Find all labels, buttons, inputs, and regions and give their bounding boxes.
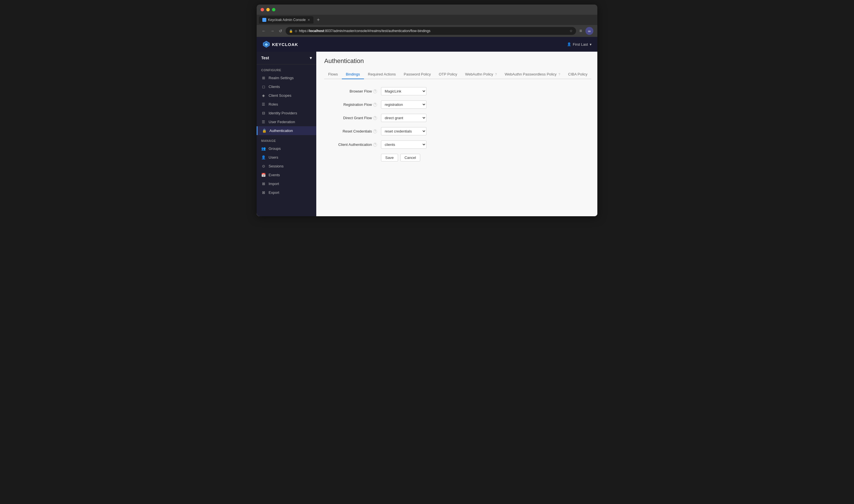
forward-button[interactable]: → [269, 28, 275, 34]
reset-credentials-label: Reset Credentials ? [324, 129, 381, 133]
tab-close-button[interactable]: ✕ [307, 18, 310, 22]
browser-chrome: Keycloak Admin Console ✕ + ← → ↺ 🔒 ⊙ htt… [257, 4, 597, 37]
browser-flow-select[interactable]: MagicLink browser direct grant registrat… [381, 87, 426, 95]
browser-tab-active[interactable]: Keycloak Admin Console ✕ [259, 16, 314, 23]
sidebar-item-import[interactable]: ⊠ Import [257, 179, 316, 188]
reset-credentials-select[interactable]: reset credentials browser direct grant r… [381, 127, 426, 136]
new-tab-button[interactable]: + [315, 17, 322, 23]
back-button[interactable]: ← [261, 28, 267, 34]
sidebar-item-authentication[interactable]: 🔒 Authentication [257, 126, 316, 135]
users-icon: 👤 [261, 155, 266, 160]
url-protocol: https:// [299, 29, 309, 33]
client-auth-help-icon[interactable]: ? [373, 143, 377, 147]
client-scopes-icon: ◈ [261, 93, 266, 97]
tab-bindings[interactable]: Bindings [342, 70, 364, 79]
browser-profile-icon[interactable]: ∞ [585, 27, 593, 35]
logo-text: KEYCLOAK [272, 42, 298, 47]
tab-password-policy[interactable]: Password Policy [400, 70, 435, 79]
sidebar-item-sessions[interactable]: ⊙ Sessions [257, 162, 316, 170]
browser-window: Keycloak Admin Console ✕ + ← → ↺ 🔒 ⊙ htt… [257, 4, 597, 216]
registration-flow-select[interactable]: registration browser direct grant reset … [381, 101, 426, 109]
sidebar-item-label: Users [269, 155, 278, 160]
sidebar-item-label: Groups [269, 146, 281, 151]
sidebar-item-label: Sessions [269, 164, 284, 168]
titlebar [257, 4, 597, 15]
sidebar-item-label: Import [269, 182, 279, 186]
app-header: KEYCLOAK 👤 First Last ▾ [257, 37, 597, 52]
url-path: /admin/master/console/#/realms/test/auth… [333, 29, 430, 33]
bindings-form: Browser Flow ? MagicLink browser direct … [324, 87, 506, 161]
tab-required-actions[interactable]: Required Actions [364, 70, 400, 79]
address-bar[interactable]: 🔒 ⊙ https://localhost:8037/admin/master/… [286, 27, 576, 35]
sidebar-item-identity-providers[interactable]: ⊟ Identity Providers [257, 109, 316, 118]
sidebar-item-realm-settings[interactable]: ⊞ Realm Settings [257, 73, 316, 82]
page-wrapper: Keycloak Admin Console ✕ + ← → ↺ 🔒 ⊙ htt… [0, 0, 854, 504]
reset-credentials-help-icon[interactable]: ? [373, 129, 377, 133]
sidebar-item-label: Authentication [269, 129, 293, 133]
url-port: :8037 [324, 29, 333, 33]
sidebar-item-user-federation[interactable]: ☰ User Federation [257, 118, 316, 126]
save-button[interactable]: Save [381, 154, 398, 161]
direct-grant-flow-select[interactable]: direct grant browser registration reset … [381, 114, 426, 122]
user-menu[interactable]: 👤 First Last ▾ [567, 42, 592, 47]
reset-credentials-row: Reset Credentials ? reset credentials br… [324, 127, 506, 136]
direct-grant-flow-label: Direct Grant Flow ? [324, 116, 381, 120]
events-icon: 📅 [261, 173, 266, 177]
realm-chevron: ▾ [310, 56, 312, 60]
browser-flow-row: Browser Flow ? MagicLink browser direct … [324, 87, 506, 95]
sidebar-item-clients[interactable]: ◻ Clients [257, 82, 316, 91]
roles-icon: ☰ [261, 102, 266, 106]
client-auth-select[interactable]: clients browser direct grant registratio… [381, 141, 426, 149]
tab-webauthn-policy[interactable]: WebAuthn Policy ? [461, 70, 501, 79]
user-federation-icon: ☰ [261, 120, 266, 124]
tab-otp-policy[interactable]: OTP Policy [435, 70, 461, 79]
tab-bar: Keycloak Admin Console ✕ + [257, 15, 597, 25]
direct-grant-flow-help-icon[interactable]: ? [373, 116, 377, 120]
security-icon: 🔒 [289, 29, 293, 33]
sidebar-item-groups[interactable]: 👥 Groups [257, 144, 316, 153]
user-icon: 👤 [567, 42, 571, 46]
tabs-bar: Flows Bindings Required Actions Password… [324, 70, 591, 79]
close-button[interactable] [261, 8, 264, 11]
user-label: First Last [573, 42, 588, 47]
sidebar-item-label: Export [269, 191, 279, 195]
url-host: localhost [309, 29, 324, 33]
app-container: Test ▾ Configure ⊞ Realm Settings ◻ Clie… [257, 52, 597, 216]
browser-menu-button[interactable]: ≡ [578, 27, 583, 35]
sidebar-item-events[interactable]: 📅 Events [257, 170, 316, 179]
export-icon: ⊠ [261, 191, 266, 195]
configure-section-label: Configure [257, 65, 316, 73]
sidebar-item-export[interactable]: ⊠ Export [257, 188, 316, 197]
lock-icon: ⊙ [295, 29, 297, 33]
sidebar-item-users[interactable]: 👤 Users [257, 153, 316, 162]
sidebar-item-roles[interactable]: ☰ Roles [257, 100, 316, 109]
browser-flow-label: Browser Flow ? [324, 89, 381, 93]
browser-flow-help-icon[interactable]: ? [373, 89, 377, 93]
import-icon: ⊠ [261, 182, 266, 186]
sidebar: Test ▾ Configure ⊞ Realm Settings ◻ Clie… [257, 52, 316, 216]
form-actions: Save Cancel [381, 154, 506, 161]
bookmark-icon[interactable]: ☆ [570, 29, 573, 33]
sidebar-item-label: Roles [269, 102, 278, 106]
identity-providers-icon: ⊟ [261, 111, 266, 115]
sidebar-item-label: Client Scopes [269, 93, 291, 97]
groups-icon: 👥 [261, 146, 266, 151]
manage-section-label: Manage [257, 135, 316, 144]
page-title: Authentication [324, 57, 591, 65]
sidebar-item-client-scopes[interactable]: ◈ Client Scopes [257, 91, 316, 100]
sidebar-item-label: Clients [269, 85, 280, 89]
reload-button[interactable]: ↺ [278, 28, 283, 34]
sidebar-item-label: Identity Providers [269, 111, 297, 115]
user-chevron: ▾ [590, 42, 592, 47]
realm-name: Test [261, 56, 269, 60]
cancel-button[interactable]: Cancel [400, 154, 420, 161]
realm-selector[interactable]: Test ▾ [257, 52, 316, 65]
tab-webauthn-passwordless-policy[interactable]: WebAuthn Passwordless Policy ? [501, 70, 564, 79]
maximize-button[interactable] [272, 8, 275, 11]
tab-ciba-policy[interactable]: CIBA Policy [564, 70, 591, 79]
tab-flows[interactable]: Flows [324, 70, 342, 79]
direct-grant-flow-row: Direct Grant Flow ? direct grant browser… [324, 114, 506, 122]
browser-navbar: ← → ↺ 🔒 ⊙ https://localhost:8037/admin/m… [257, 25, 597, 37]
registration-flow-help-icon[interactable]: ? [373, 103, 377, 107]
minimize-button[interactable] [266, 8, 270, 11]
